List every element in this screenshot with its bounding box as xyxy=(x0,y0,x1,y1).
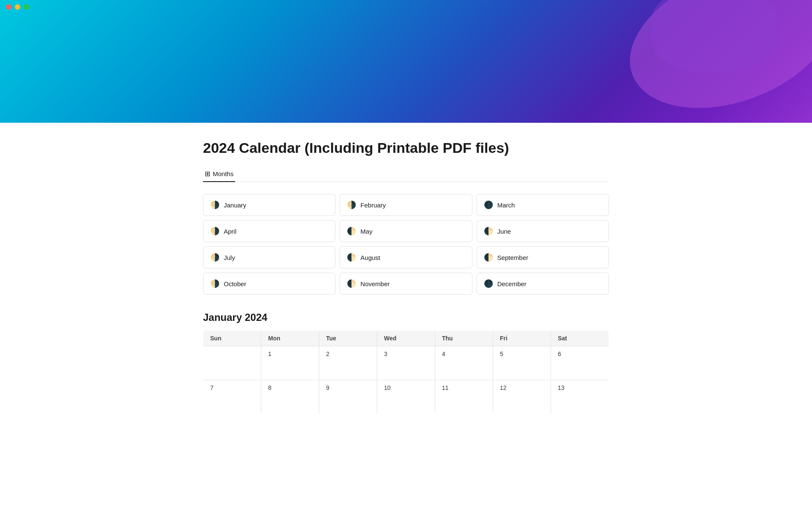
day-number: 10 xyxy=(384,384,391,391)
month-card-january[interactable]: 🌗January xyxy=(203,194,335,216)
maximize-button[interactable] xyxy=(24,4,29,10)
month-card-november[interactable]: 🌓November xyxy=(340,273,472,295)
moon-icon: 🌑 xyxy=(484,200,493,210)
month-label: December xyxy=(497,280,527,287)
month-card-march[interactable]: 🌑March xyxy=(477,194,609,216)
day-number: 8 xyxy=(268,384,272,391)
calendar-cell[interactable]: 1 xyxy=(261,346,319,380)
calendar-cell xyxy=(203,346,261,380)
month-label: July xyxy=(224,254,235,261)
month-label: March xyxy=(497,202,515,209)
calendar-header-wed: Wed xyxy=(377,331,435,346)
main-content: 2024 Calendar (Including Printable PDF f… xyxy=(195,123,617,431)
moon-icon: 🌑 xyxy=(484,279,493,288)
calendar-header-mon: Mon xyxy=(261,331,319,346)
month-label: November xyxy=(360,280,390,287)
moon-icon: 🌓 xyxy=(347,226,356,236)
close-button[interactable] xyxy=(6,4,11,10)
month-label: April xyxy=(224,228,236,235)
moon-icon: 🌓 xyxy=(347,253,356,262)
month-card-july[interactable]: 🌗July xyxy=(203,246,335,268)
calendar-header-sun: Sun xyxy=(203,331,261,346)
calendar-cell[interactable]: 10 xyxy=(377,380,435,414)
calendar-header-fri: Fri xyxy=(493,331,551,346)
calendar-cell[interactable]: 13 xyxy=(551,380,609,414)
calendar-header-tue: Tue xyxy=(319,331,377,346)
day-number: 5 xyxy=(500,351,503,357)
month-card-october[interactable]: 🌗October xyxy=(203,273,335,295)
moon-icon: 🌗 xyxy=(210,279,219,288)
month-label: January xyxy=(224,202,246,209)
month-card-june[interactable]: 🌓June xyxy=(477,220,609,242)
calendar-header-sat: Sat xyxy=(551,331,609,346)
moon-icon: 🌗 xyxy=(210,253,219,262)
day-number: 6 xyxy=(558,351,561,357)
grid-icon: ⊞ xyxy=(205,170,210,178)
month-label: August xyxy=(360,254,380,261)
day-number: 11 xyxy=(442,384,449,391)
moon-icon: 🌗 xyxy=(210,226,219,236)
moon-icon: 🌓 xyxy=(347,279,356,288)
calendar-cell[interactable]: 12 xyxy=(493,380,551,414)
calendar-cell[interactable]: 6 xyxy=(551,346,609,380)
calendar-row: 78910111213 xyxy=(203,380,609,414)
minimize-button[interactable] xyxy=(15,4,20,10)
calendar-header-thu: Thu xyxy=(435,331,493,346)
calendar-cell[interactable]: 9 xyxy=(319,380,377,414)
calendar-cell[interactable]: 2 xyxy=(319,346,377,380)
hero-banner xyxy=(0,0,812,123)
calendar-cell[interactable]: 3 xyxy=(377,346,435,380)
day-number: 4 xyxy=(442,351,445,357)
calendar-cell[interactable]: 8 xyxy=(261,380,319,414)
month-card-august[interactable]: 🌓August xyxy=(340,246,472,268)
tab-bar: ⊞ Months xyxy=(203,166,609,182)
day-number: 1 xyxy=(268,351,272,357)
calendar-cell[interactable]: 11 xyxy=(435,380,493,414)
traffic-lights xyxy=(6,4,29,10)
calendar-table: SunMonTueWedThuFriSat12345678910111213 xyxy=(203,330,609,414)
month-label: February xyxy=(360,202,386,209)
month-card-september[interactable]: 🌓September xyxy=(477,246,609,268)
day-number: 12 xyxy=(500,384,507,391)
month-label: September xyxy=(497,254,528,261)
moon-icon: 🌗 xyxy=(347,200,356,210)
month-label: May xyxy=(360,228,372,235)
calendar-cell[interactable]: 7 xyxy=(203,380,261,414)
calendar-title: January 2024 xyxy=(203,312,609,323)
months-grid: 🌗January🌗February🌑March🌗April🌓May🌓June🌗J… xyxy=(203,194,609,295)
month-label: June xyxy=(497,228,511,235)
day-number: 3 xyxy=(384,351,387,357)
tab-months[interactable]: ⊞ Months xyxy=(203,166,235,182)
day-number: 9 xyxy=(326,384,329,391)
month-card-may[interactable]: 🌓May xyxy=(340,220,472,242)
calendar-cell[interactable]: 4 xyxy=(435,346,493,380)
day-number: 2 xyxy=(326,351,329,357)
calendar-row: 123456 xyxy=(203,346,609,380)
tab-months-label: Months xyxy=(213,170,233,177)
month-label: October xyxy=(224,280,246,287)
month-card-december[interactable]: 🌑December xyxy=(477,273,609,295)
month-card-april[interactable]: 🌗April xyxy=(203,220,335,242)
moon-icon: 🌓 xyxy=(484,226,493,236)
calendar-cell[interactable]: 5 xyxy=(493,346,551,380)
page-title: 2024 Calendar (Including Printable PDF f… xyxy=(203,140,609,156)
month-card-february[interactable]: 🌗February xyxy=(340,194,472,216)
day-number: 13 xyxy=(558,384,565,391)
day-number: 7 xyxy=(210,384,214,391)
moon-icon: 🌓 xyxy=(484,253,493,262)
moon-icon: 🌗 xyxy=(210,200,219,210)
